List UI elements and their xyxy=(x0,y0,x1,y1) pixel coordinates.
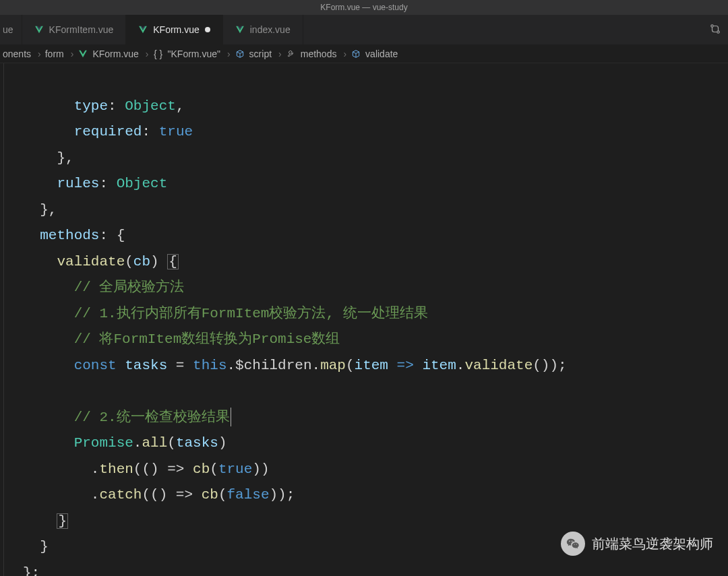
dirty-indicator-icon xyxy=(205,27,210,32)
tab-label: KForm.vue xyxy=(153,24,199,35)
bracket-highlight: } xyxy=(57,513,68,529)
breadcrumb-item[interactable]: validate xyxy=(351,49,398,59)
code-content[interactable]: type: Object, required: true }, rules: O… xyxy=(4,63,728,576)
wechat-icon xyxy=(561,532,585,556)
chevron-right-icon: › xyxy=(68,49,77,59)
tab-kformitem[interactable]: KFormItem.vue xyxy=(22,15,127,44)
wrench-icon xyxy=(286,49,297,59)
chevron-right-icon: › xyxy=(224,49,233,59)
window-title: KForm.vue — vue-study xyxy=(320,3,407,12)
watermark-text: 前端菜鸟逆袭架构师 xyxy=(592,535,713,553)
watermark: 前端菜鸟逆袭架构师 xyxy=(561,532,713,556)
breadcrumb-item[interactable]: KForm.vue› xyxy=(78,49,151,59)
tab-bar: ue KFormItem.vue KForm.vue index.vue xyxy=(0,15,728,44)
chevron-right-icon: › xyxy=(276,49,284,59)
breadcrumb-item[interactable]: onents› xyxy=(3,49,44,59)
window-titlebar: KForm.vue — vue-study xyxy=(0,0,728,15)
vue-icon xyxy=(78,49,88,59)
chevron-right-icon: › xyxy=(143,49,152,59)
compare-changes-icon[interactable] xyxy=(709,23,721,37)
bracket-highlight: { xyxy=(167,254,179,269)
vue-icon xyxy=(235,25,245,34)
tab-index[interactable]: index.vue xyxy=(223,15,303,44)
vue-icon xyxy=(138,25,148,34)
breadcrumb-item[interactable]: methods› xyxy=(286,49,349,59)
chevron-right-icon: › xyxy=(35,49,44,59)
tab-label: KFormItem.vue xyxy=(49,24,114,35)
cube-icon xyxy=(351,49,361,59)
cube-icon xyxy=(235,49,245,59)
vue-icon xyxy=(34,25,44,34)
breadcrumb-bar: onents› form› KForm.vue› { } "KForm.vue"… xyxy=(0,44,728,63)
breadcrumb-item[interactable]: script› xyxy=(235,49,284,59)
tab-actions xyxy=(709,15,728,44)
editor-area[interactable]: type: Object, required: true }, rules: O… xyxy=(0,63,728,576)
chevron-right-icon: › xyxy=(340,49,349,59)
svg-point-1 xyxy=(717,30,719,32)
braces-icon: { } xyxy=(153,49,164,59)
tab-partial[interactable]: ue xyxy=(0,15,22,44)
svg-point-0 xyxy=(711,24,713,26)
text-cursor xyxy=(231,408,231,426)
breadcrumb-item[interactable]: form› xyxy=(45,49,77,59)
breadcrumb-item[interactable]: { } "KForm.vue"› xyxy=(153,49,233,59)
tab-kform-active[interactable]: KForm.vue xyxy=(126,15,222,44)
tab-label: ue xyxy=(3,24,13,35)
tab-label: index.vue xyxy=(250,24,291,35)
